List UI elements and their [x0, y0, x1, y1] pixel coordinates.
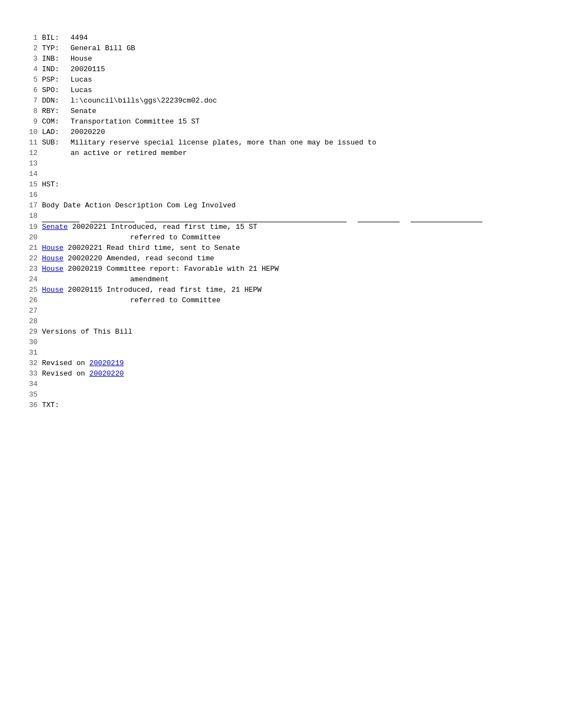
line-num-23: 23	[22, 264, 38, 275]
hist-row-5-action: Introduced, read first time,	[107, 286, 227, 294]
line-17-content: Body Date Action Description Com Leg Inv…	[42, 201, 541, 211]
line-num-21: 21	[22, 243, 38, 254]
hist-row-5-action2: referred to Committee	[130, 296, 221, 304]
line-20: 20 referred to Committee	[22, 233, 541, 243]
line-5-content: PSP: Lucas	[42, 75, 541, 85]
line-33-content: Revised on 20020220	[42, 369, 541, 379]
line-22-content: House 20020220 Amended, read second time	[42, 254, 541, 264]
line-24: 24 amendment	[22, 275, 541, 285]
line-num-35: 35	[22, 390, 38, 400]
hist-header-leg: Leg Involved	[184, 201, 236, 210]
line-9-content: COM: Transportation Committee 15 ST	[42, 117, 541, 127]
line-num-32: 32	[22, 358, 38, 369]
line-4: 4 IND: 20020115	[22, 65, 541, 75]
inb-label: INB:	[42, 54, 64, 65]
line-26-content: referred to Committee	[42, 296, 541, 306]
hist-row-4-action: Committee report: Favorable with	[107, 265, 245, 273]
revised-label-2: Revised on	[42, 370, 85, 378]
revised-link-2[interactable]: 20020220	[89, 370, 124, 378]
hist-row-3-body[interactable]: House	[42, 254, 63, 263]
inb-value: House	[71, 55, 92, 63]
line-num-7: 7	[22, 96, 38, 106]
hist-row-4-date: 20020219	[68, 265, 102, 273]
lad-label: LAD:	[42, 127, 64, 138]
line-8: 8 RBY: Senate	[22, 106, 541, 117]
hist-row-4-action2: amendment	[130, 275, 169, 283]
line-15: 15 HST:	[22, 180, 541, 190]
line-num-3: 3	[22, 54, 38, 65]
line-20-content: referred to Committee	[42, 233, 541, 243]
line-num-12: 12	[22, 148, 38, 159]
line-11-content: SUB: Military reserve special license pl…	[42, 138, 541, 148]
typ-label: TYP:	[42, 44, 64, 54]
line-1-content: BIL: 4494	[42, 33, 541, 44]
revised-link-1[interactable]: 20020219	[89, 359, 124, 367]
line-26: 26 referred to Committee	[22, 296, 541, 306]
line-num-25: 25	[22, 285, 38, 296]
line-1: 1 BIL: 4494	[22, 33, 541, 44]
psp-value: Lucas	[71, 76, 92, 84]
line-13: 13	[22, 159, 541, 169]
line-13-content	[42, 159, 541, 169]
line-18-divider	[42, 211, 541, 222]
hist-row-1-body[interactable]: Senate	[42, 223, 68, 231]
line-num-22: 22	[22, 254, 38, 264]
line-num-1: 1	[22, 33, 38, 44]
line-11: 11 SUB: Military reserve special license…	[22, 138, 541, 148]
txt-label: TXT:	[42, 400, 64, 411]
revised-label-1: Revised on	[42, 359, 85, 367]
line-9: 9 COM: Transportation Committee 15 ST	[22, 117, 541, 127]
line-30: 30	[22, 338, 541, 348]
line-34-content	[42, 379, 541, 390]
line-num-4: 4	[22, 65, 38, 75]
line-10-content: LAD: 20020220	[42, 127, 541, 138]
line-num-10: 10	[22, 127, 38, 138]
ddn-label: DDN:	[42, 96, 64, 106]
line-num-5: 5	[22, 75, 38, 85]
hist-header-com: Com	[167, 201, 179, 210]
line-29-content: Versions of This Bill	[42, 327, 541, 338]
line-19: 19 Senate 20020221 Introduced, read firs…	[22, 222, 541, 233]
ddn-value: l:\council\bills\ggs\22239cm02.doc	[71, 97, 217, 105]
line-23-content: House 20020219 Committee report: Favorab…	[42, 264, 541, 275]
line-num-31: 31	[22, 348, 38, 358]
line-14-content	[42, 169, 541, 180]
line-24-content: amendment	[42, 275, 541, 285]
line-8-content: RBY: Senate	[42, 106, 541, 117]
line-3-content: INB: House	[42, 54, 541, 65]
hist-row-4-body[interactable]: House	[42, 265, 63, 273]
line-num-13: 13	[22, 159, 38, 169]
line-2-content: TYP: General Bill GB	[42, 44, 541, 54]
line-32-content: Revised on 20020219	[42, 358, 541, 369]
line-2: 2 TYP: General Bill GB	[22, 44, 541, 54]
sub-label: SUB:	[42, 138, 64, 148]
line-31: 31	[22, 348, 541, 358]
line-num-34: 34	[22, 379, 38, 390]
hist-row-1-action2: referred to Committee	[130, 233, 221, 242]
line-12-content: an active or retired member	[42, 148, 541, 159]
hist-row-2-body[interactable]: House	[42, 244, 63, 252]
sub-value2: an active or retired member	[71, 149, 187, 157]
hist-row-5-body[interactable]: House	[42, 286, 63, 294]
line-16: 16	[22, 190, 541, 201]
line-29: 29 Versions of This Bill	[22, 327, 541, 338]
line-num-20: 20	[22, 233, 38, 243]
line-18: 18	[22, 211, 541, 222]
line-num-18: 18	[22, 211, 38, 222]
hist-row-4-com: 21 HEPW	[249, 265, 279, 273]
line-6: 6 SPO: Lucas	[22, 85, 541, 96]
line-num-9: 9	[22, 117, 38, 127]
line-num-16: 16	[22, 190, 38, 201]
line-22: 22 House 20020220 Amended, read second t…	[22, 254, 541, 264]
line-28-content	[42, 317, 541, 327]
line-num-36: 36	[22, 400, 38, 411]
line-23: 23 House 20020219 Committee report: Favo…	[22, 264, 541, 275]
line-num-8: 8	[22, 106, 38, 117]
line-num-33: 33	[22, 369, 38, 379]
line-num-19: 19	[22, 222, 38, 233]
line-num-30: 30	[22, 338, 38, 348]
bil-value: 4494	[71, 34, 88, 42]
ind-value: 20020115	[71, 65, 105, 73]
line-num-6: 6	[22, 85, 38, 96]
line-27: 27	[22, 306, 541, 317]
